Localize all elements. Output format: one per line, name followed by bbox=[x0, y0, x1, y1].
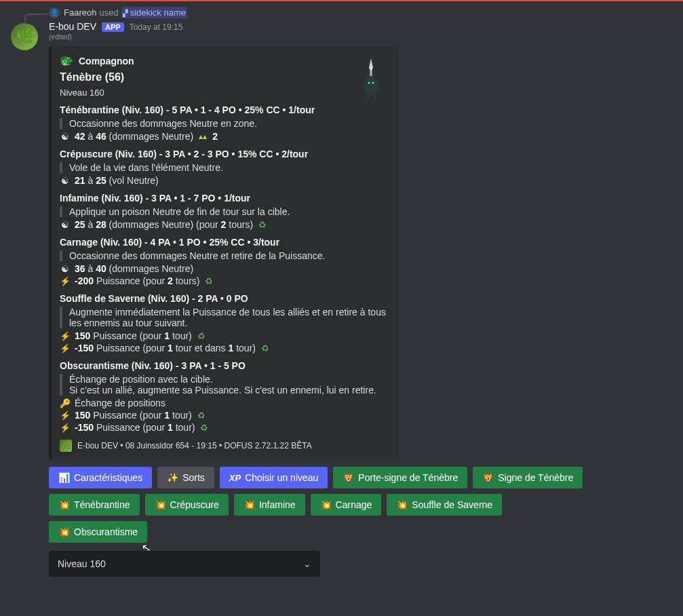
message: 🌿 👤 Faareoh used ▞sidekick name E-bou DE… bbox=[0, 1, 683, 588]
button-sorts[interactable]: ✨Sorts bbox=[157, 467, 214, 488]
spell-header: Infamine (Niv. 160) - 3 PA • 1 - 7 PO • … bbox=[60, 193, 388, 204]
spell-effect: ⚡-150 Puissance (pour 1 tour) ♻ bbox=[60, 422, 388, 433]
select-label: Niveau 160 bbox=[58, 558, 106, 569]
button-label: Ténébrantine bbox=[74, 499, 130, 510]
character-level: Niveau 160 bbox=[60, 88, 388, 98]
reply-used-text: used bbox=[99, 7, 118, 18]
xp-icon: XP bbox=[229, 473, 241, 483]
spell-description: Occasionne des dommages Neutre et retire… bbox=[60, 250, 388, 261]
spell-header: Crépuscure (Niv. 160) - 3 PA • 2 - 3 PO … bbox=[60, 149, 388, 159]
reply-username[interactable]: Faareoh bbox=[64, 7, 96, 18]
spell-description: Occasionne des dommages Neutre en zone. bbox=[60, 118, 388, 129]
button-cr-puscure[interactable]: 💥Crépuscure bbox=[145, 494, 229, 516]
button-row-2: 💥Ténébrantine💥Crépuscure💥Infamine💥Carnag… bbox=[49, 494, 659, 516]
button-label: Sorts bbox=[182, 472, 205, 483]
spell-effect: ⚡150 Puissance (pour 1 tour) ♻ bbox=[60, 330, 388, 341]
button-emoji-icon: 💥 bbox=[320, 499, 332, 510]
button-emoji-icon: 💥 bbox=[396, 499, 408, 510]
button-signe-de-t-n-bre[interactable]: 🦁Signe de Ténèbre bbox=[473, 467, 583, 488]
spell-effect: ☯21 à 25 (vol Neutre) bbox=[60, 175, 388, 186]
button-obscurantisme[interactable]: 💥Obscurantisme bbox=[49, 521, 147, 543]
spell-effect: ⚡-200 Puissance (pour 2 tours) ♻ bbox=[60, 275, 388, 286]
button-label: Choisir un niveau bbox=[245, 472, 318, 483]
spell-block: Carnage (Niv. 160) - 4 PA • 1 PO • 25% C… bbox=[60, 237, 388, 286]
chevron-down-icon: ⌄ bbox=[303, 558, 311, 569]
spell-effect: ☯25 à 28 (dommages Neutre) (pour 2 tours… bbox=[60, 219, 388, 230]
button-caract-ristiques[interactable]: 📊Caractéristiques bbox=[49, 467, 152, 488]
spell-block: Obscurantisme (Niv. 160) - 3 PA • 1 - 5 … bbox=[60, 360, 388, 433]
button-label: Carnage bbox=[336, 499, 372, 510]
button-emoji-icon: ✨ bbox=[167, 472, 178, 483]
button-choisir-un-niveau[interactable]: XPChoisir un niveau bbox=[220, 467, 328, 488]
button-label: Signe de Ténèbre bbox=[498, 472, 573, 483]
spell-block: Infamine (Niv. 160) - 3 PA • 1 - 7 PO • … bbox=[60, 193, 388, 230]
button-emoji-icon: 💥 bbox=[58, 526, 70, 537]
spell-header: Souffle de Saverne (Niv. 160) - 2 PA • 0… bbox=[60, 293, 388, 304]
bot-name[interactable]: E-bou DEV bbox=[49, 21, 96, 32]
message-header: E-bou DEV APP Today at 19:15 bbox=[49, 21, 672, 32]
reply-reference[interactable]: 👤 Faareoh used ▞sidekick name bbox=[49, 7, 672, 18]
spell-block: Crépuscure (Niv. 160) - 3 PA • 2 - 3 PO … bbox=[60, 149, 388, 186]
app-badge: APP bbox=[102, 22, 124, 32]
svg-point-3 bbox=[372, 82, 374, 84]
button-emoji-icon: 🦁 bbox=[343, 472, 354, 483]
reply-avatar-icon: 👤 bbox=[49, 7, 60, 18]
spell-description: Applique un poison Neutre de fin de tour… bbox=[60, 206, 388, 217]
button-label: Porte-signe de Ténèbre bbox=[358, 472, 458, 483]
embed-footer: 🌿 E-bou DEV • 08 Juinssidor 654 - 19:15 … bbox=[60, 440, 388, 452]
button-souffle-de-saverne[interactable]: 💥Souffle de Saverne bbox=[387, 494, 502, 516]
button-carnage[interactable]: 💥Carnage bbox=[311, 494, 382, 516]
svg-point-1 bbox=[364, 76, 378, 95]
button-porte-signe-de-t-n-bre[interactable]: 🦁Porte-signe de Ténèbre bbox=[333, 467, 467, 488]
button-emoji-icon: 📊 bbox=[58, 472, 70, 483]
bot-avatar[interactable]: 🌿 bbox=[11, 23, 38, 50]
level-select[interactable]: Niveau 160 ⌄ bbox=[49, 551, 320, 577]
spell-header: Carnage (Niv. 160) - 4 PA • 1 PO • 25% C… bbox=[60, 237, 388, 248]
button-emoji-icon: 💥 bbox=[243, 499, 255, 510]
button-emoji-icon: 💥 bbox=[58, 499, 70, 510]
spell-description: Vole de la vie dans l'élément Neutre. bbox=[60, 162, 388, 173]
footer-text: E-bou DEV • 08 Juinssidor 654 - 19:15 • … bbox=[77, 441, 312, 450]
character-name: Ténèbre (56) bbox=[60, 71, 388, 83]
spell-header: Obscurantisme (Niv. 160) - 3 PA • 1 - 5 … bbox=[60, 360, 388, 371]
spell-description: Échange de position avec la cible.Si c'e… bbox=[60, 374, 388, 396]
button-label: Crépuscure bbox=[170, 499, 219, 510]
button-infamine[interactable]: 💥Infamine bbox=[234, 494, 305, 516]
footer-icon: 🌿 bbox=[60, 440, 72, 452]
embed-thumbnail bbox=[353, 56, 389, 102]
button-label: Souffle de Saverne bbox=[412, 499, 492, 510]
spell-effect: ⚡150 Puissance (pour 1 tour) ♻ bbox=[60, 410, 388, 421]
spell-header: Ténébrantine (Niv. 160) - 5 PA • 1 - 4 P… bbox=[60, 104, 388, 115]
embed: 🐲 Compagnon Ténèbre (56) Niveau 160 Téné… bbox=[49, 46, 399, 460]
section-label: Compagnon bbox=[79, 56, 134, 66]
spell-effect: ☯36 à 40 (dommages Neutre) bbox=[60, 263, 388, 274]
button-t-n-brantine[interactable]: 💥Ténébrantine bbox=[49, 494, 140, 516]
spell-effect: 🔑Échange de positions bbox=[60, 398, 388, 408]
svg-point-2 bbox=[368, 82, 370, 84]
button-rows: 📊Caractéristiques✨SortsXPChoisir un nive… bbox=[49, 467, 659, 577]
button-label: Caractéristiques bbox=[74, 472, 142, 483]
spell-description: Augmente immédiatement la Puissance de t… bbox=[60, 307, 388, 328]
button-label: Obscurantisme bbox=[74, 526, 138, 537]
companion-icon: 🐲 bbox=[60, 54, 73, 67]
spell-block: Ténébrantine (Niv. 160) - 5 PA • 1 - 4 P… bbox=[60, 104, 388, 142]
button-emoji-icon: 🦁 bbox=[482, 472, 494, 483]
button-label: Infamine bbox=[259, 499, 296, 510]
command-pill[interactable]: ▞sidekick name bbox=[121, 7, 187, 18]
button-emoji-icon: 💥 bbox=[155, 499, 166, 510]
spell-effect: ⚡-150 Puissance (pour 1 tour et dans 1 t… bbox=[60, 343, 388, 353]
button-row-1: 📊Caractéristiques✨SortsXPChoisir un nive… bbox=[49, 467, 659, 488]
timestamp: Today at 19:15 bbox=[130, 22, 183, 32]
edited-label: (edited) bbox=[49, 33, 672, 41]
spell-block: Souffle de Saverne (Niv. 160) - 2 PA • 0… bbox=[60, 293, 388, 353]
embed-section-title: 🐲 Compagnon bbox=[60, 54, 388, 67]
button-row-3: 💥Obscurantisme bbox=[49, 521, 659, 543]
spell-effect: ☯42 à 46 (dommages Neutre) ▴▴ 2 bbox=[60, 131, 388, 142]
